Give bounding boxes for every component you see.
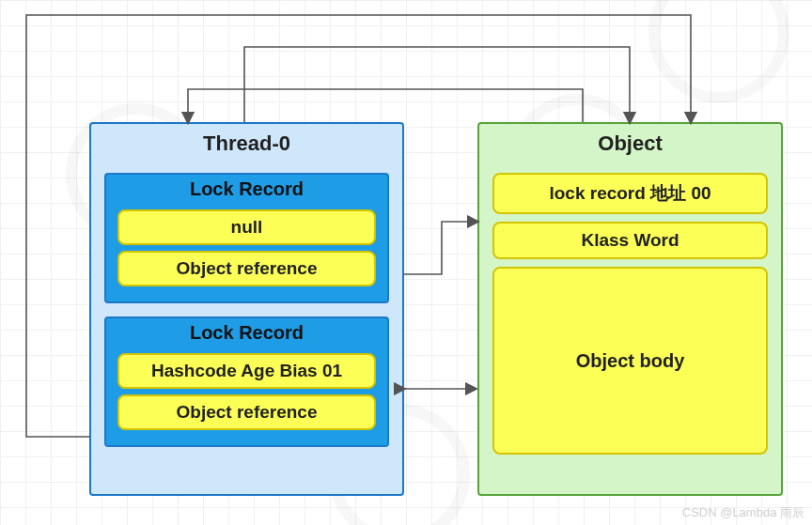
arrow-objectref0-to-object bbox=[404, 222, 477, 274]
thread-title: Thread-0 bbox=[91, 124, 402, 165]
lock-record-title: Lock Record bbox=[106, 318, 387, 347]
thread-box: Thread-0 Lock Record null Object referen… bbox=[89, 122, 404, 496]
lock-record-title: Lock Record bbox=[106, 175, 387, 204]
lock-record-0-slot-markword: null bbox=[117, 209, 376, 245]
lock-record-1: Lock Record Hashcode Age Bias 01 Object … bbox=[104, 317, 389, 447]
lock-record-0: Lock Record null Object reference bbox=[104, 173, 389, 303]
arrow-thread-to-object-outer bbox=[244, 47, 630, 122]
object-title: Object bbox=[479, 124, 781, 165]
arrow-object-to-lockrecord bbox=[188, 89, 583, 122]
object-box: Object lock record 地址 00 Klass Word Obje… bbox=[477, 122, 783, 496]
watermark-circle bbox=[648, 0, 789, 103]
lock-record-1-slot-objectref: Object reference bbox=[117, 394, 376, 430]
object-markword: lock record 地址 00 bbox=[492, 173, 768, 214]
object-body: Object body bbox=[492, 267, 768, 455]
watermark-text: CSDN @Lambda 雨辰 bbox=[682, 504, 804, 521]
lock-record-0-slot-objectref: Object reference bbox=[117, 251, 376, 286]
object-klassword: Klass Word bbox=[492, 222, 768, 259]
lock-record-1-slot-markword: Hashcode Age Bias 01 bbox=[117, 353, 376, 389]
